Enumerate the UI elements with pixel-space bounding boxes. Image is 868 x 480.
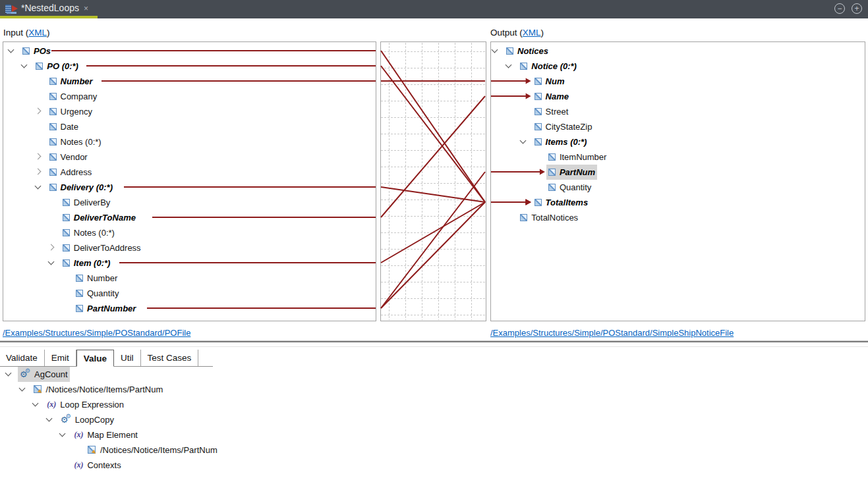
output-tree-row[interactable]: Num <box>491 74 865 89</box>
tree-item[interactable]: (x)Map Element <box>72 427 140 442</box>
tree-item[interactable]: TotalItems <box>533 195 591 210</box>
value-tree-row[interactable]: (x)Loop Expression <box>0 397 868 412</box>
value-tree-row[interactable]: LoopCopy <box>0 412 868 427</box>
input-tree-row[interactable]: Vendor <box>3 149 376 165</box>
tree-item[interactable]: Address <box>47 165 94 180</box>
output-tree-row[interactable]: Street <box>491 104 865 119</box>
output-tree-row[interactable]: ItemNumber <box>491 149 865 165</box>
tree-item[interactable]: (x)Contexts <box>72 458 123 473</box>
chevron-right-icon[interactable] <box>34 153 41 160</box>
tree-item[interactable]: Vendor <box>47 149 90 165</box>
tab-test-cases[interactable]: Test Cases <box>141 350 199 366</box>
input-tree-row[interactable]: Number <box>3 271 376 286</box>
input-tree-row[interactable]: Address <box>3 165 376 180</box>
chevron-down-icon[interactable] <box>5 370 12 377</box>
chevron-right-icon[interactable] <box>34 169 41 175</box>
tree-item[interactable]: ItemNumber <box>546 149 609 165</box>
tree-item[interactable]: /Notices/Notice/Items/PartNum <box>86 442 219 458</box>
tree-item[interactable]: Date <box>47 119 80 134</box>
output-tree-row[interactable]: Notice (0:*) <box>491 59 865 74</box>
input-tree-row[interactable]: Urgency <box>3 104 376 119</box>
tab-util[interactable]: Util <box>114 350 141 366</box>
tab-validate[interactable]: Validate <box>0 350 45 366</box>
tree-item[interactable]: Quantity <box>546 180 593 195</box>
selected-tree-item[interactable]: AgCount <box>18 367 70 382</box>
tree-item[interactable]: Item (0:*) <box>61 255 113 271</box>
expand-icon[interactable]: + <box>852 3 862 14</box>
tree-item[interactable]: Notes (0:*) <box>61 225 117 240</box>
value-tree-row[interactable]: /Notices/Notice/Items/PartNum <box>0 382 868 397</box>
tree-item[interactable]: Num <box>533 74 567 89</box>
input-tree-row[interactable]: Date <box>3 119 376 134</box>
tree-item[interactable]: DeliverBy <box>61 195 113 210</box>
tree-item[interactable]: Name <box>533 89 571 104</box>
input-xml-link[interactable]: XML <box>28 28 47 38</box>
tree-item[interactable]: Number <box>47 74 95 89</box>
input-tree-row[interactable]: Item (0:*) <box>3 255 376 271</box>
tree-item[interactable]: DeliverToName <box>61 210 138 225</box>
chevron-down-icon[interactable] <box>47 259 54 265</box>
chevron-down-icon[interactable] <box>32 400 39 407</box>
tree-item[interactable]: Notices <box>504 43 550 59</box>
input-tree-row[interactable]: Number <box>3 74 376 89</box>
tab-value[interactable]: Value <box>76 350 114 367</box>
tree-item[interactable]: Delivery (0:*) <box>47 180 115 195</box>
tree-item[interactable]: Number <box>74 271 119 286</box>
output-tree-row[interactable]: TotalItems <box>491 195 865 210</box>
input-tree-row[interactable]: PO (0:*) <box>3 59 376 74</box>
tree-item[interactable]: Company <box>47 89 100 104</box>
tree-item[interactable]: PartNumber <box>74 301 138 316</box>
mapping-canvas[interactable] <box>380 41 486 321</box>
chevron-right-icon[interactable] <box>47 244 54 251</box>
tree-item[interactable]: (x)Loop Expression <box>45 397 126 412</box>
input-tree-row[interactable]: Quantity <box>3 286 376 301</box>
selected-tree-item[interactable]: PartNum <box>546 165 597 180</box>
tree-item[interactable]: /Notices/Notice/Items/PartNum <box>32 382 165 397</box>
collapse-icon[interactable]: − <box>834 3 845 14</box>
tab-emit[interactable]: Emit <box>45 350 76 366</box>
value-tree-row[interactable]: AgCount <box>0 367 868 382</box>
output-tree-row[interactable]: Quantity <box>491 180 865 195</box>
tree-item[interactable]: LoopCopy <box>59 412 116 427</box>
tree-item[interactable]: CityStateZip <box>533 119 594 134</box>
input-tree-row[interactable]: Notes (0:*) <box>3 134 376 149</box>
input-file-link[interactable]: /Examples/Structures/Simple/POStandard/P… <box>3 328 190 338</box>
chevron-down-icon[interactable] <box>492 47 498 53</box>
input-tree-row[interactable]: DeliverToAddress <box>3 240 376 255</box>
value-tree-row[interactable]: (x)Contexts <box>0 458 868 473</box>
output-tree-row[interactable]: PartNum <box>491 165 865 180</box>
tree-item[interactable]: POs <box>20 43 53 59</box>
output-tree-row[interactable]: TotalNotices <box>491 210 865 225</box>
tree-item[interactable]: Items (0:*) <box>533 134 589 149</box>
output-tree-row[interactable]: Name <box>491 89 865 104</box>
input-tree-row[interactable]: Delivery (0:*) <box>3 180 376 195</box>
value-tree-row[interactable]: (x)Map Element <box>0 427 868 442</box>
chevron-down-icon[interactable] <box>18 385 25 392</box>
chevron-down-icon[interactable] <box>34 183 41 190</box>
output-tree-row[interactable]: Notices <box>491 43 865 59</box>
tree-item[interactable]: Quantity <box>74 286 121 301</box>
tree-item[interactable]: DeliverToAddress <box>61 240 143 255</box>
chevron-down-icon[interactable] <box>59 431 66 437</box>
tree-item[interactable]: TotalNotices <box>518 210 580 225</box>
chevron-down-icon[interactable] <box>506 62 512 68</box>
chevron-down-icon[interactable] <box>519 138 526 144</box>
document-tab[interactable]: *NestedLoops × <box>0 0 98 18</box>
input-tree-row[interactable]: DeliverToName <box>3 210 376 225</box>
tree-item[interactable]: Urgency <box>47 104 94 119</box>
output-file-link[interactable]: /Examples/Structures/Simple/POStandard/S… <box>490 328 734 338</box>
tree-item[interactable]: PO (0:*) <box>34 59 80 74</box>
chevron-right-icon[interactable] <box>34 108 41 115</box>
value-tree-row[interactable]: /Notices/Notice/Items/PartNum <box>0 442 868 458</box>
output-tree-row[interactable]: CityStateZip <box>491 119 865 134</box>
tree-item[interactable]: Street <box>533 104 571 119</box>
chevron-down-icon[interactable] <box>21 62 28 68</box>
tree-item[interactable]: Notes (0:*) <box>47 134 103 149</box>
input-tree-row[interactable]: PartNumber <box>3 301 376 316</box>
close-icon[interactable]: × <box>84 5 88 13</box>
input-tree-row[interactable]: Notes (0:*) <box>3 225 376 240</box>
tree-item[interactable]: Notice (0:*) <box>518 59 579 74</box>
input-tree-row[interactable]: POs <box>3 43 376 59</box>
input-tree-row[interactable]: Company <box>3 89 376 104</box>
chevron-down-icon[interactable] <box>45 415 52 422</box>
